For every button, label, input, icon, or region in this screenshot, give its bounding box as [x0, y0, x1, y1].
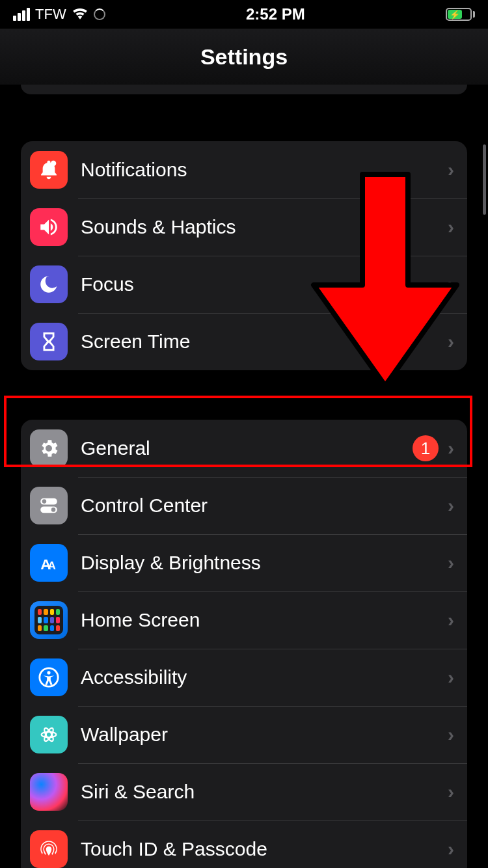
row-label: Focus [81, 273, 439, 295]
svg-point-10 [42, 732, 57, 738]
row-label: Screen Time [81, 331, 439, 353]
row-accessibility[interactable]: Accessibility › [21, 649, 467, 706]
row-label: Accessibility [81, 666, 439, 688]
row-label: Display & Brightness [81, 552, 439, 574]
battery-icon: ⚡ [446, 8, 475, 21]
row-label: Siri & Search [81, 781, 439, 803]
row-siri-search[interactable]: Siri & Search › [21, 763, 467, 821]
row-label: Control Center [81, 495, 439, 517]
chevron-right-icon: › [448, 273, 454, 295]
chevron-right-icon: › [448, 216, 454, 238]
siri-icon [30, 773, 68, 811]
prev-group-bottom [21, 85, 467, 94]
row-label: Wallpaper [81, 724, 439, 746]
row-display-brightness[interactable]: AA Display & Brightness › [21, 534, 467, 591]
svg-point-0 [51, 161, 57, 167]
svg-point-8 [47, 671, 50, 674]
general-icon [30, 429, 68, 467]
row-notifications[interactable]: Notifications › [21, 141, 467, 198]
chevron-right-icon: › [448, 437, 454, 459]
row-wallpaper[interactable]: Wallpaper › [21, 706, 467, 763]
notifications-icon [30, 151, 68, 189]
row-screen-time[interactable]: Screen Time › [21, 313, 467, 370]
chevron-right-icon: › [448, 159, 454, 181]
settings-list[interactable]: Notifications › Sounds & Haptics › Focus… [0, 85, 488, 868]
focus-icon [30, 265, 68, 303]
svg-point-4 [51, 508, 56, 512]
row-sounds-haptics[interactable]: Sounds & Haptics › [21, 198, 467, 256]
row-control-center[interactable]: Control Center › [21, 477, 467, 534]
accessibility-icon [30, 658, 68, 696]
notification-badge: 1 [413, 435, 439, 461]
svg-point-2 [42, 499, 47, 504]
chevron-right-icon: › [448, 331, 454, 353]
scroll-indicator [483, 144, 486, 215]
wifi-icon [72, 5, 88, 23]
nav-bar: Settings [0, 29, 488, 85]
touch-id-icon [30, 830, 68, 868]
chevron-right-icon: › [448, 552, 454, 574]
status-time: 2:52 PM [246, 5, 305, 23]
chevron-right-icon: › [448, 781, 454, 803]
row-label: Home Screen [81, 609, 439, 631]
row-label: Touch ID & Passcode [81, 838, 439, 860]
chevron-right-icon: › [448, 609, 454, 631]
display-icon: AA [30, 544, 68, 582]
row-touch-id-passcode[interactable]: Touch ID & Passcode › [21, 821, 467, 868]
cellular-signal-icon [13, 8, 30, 21]
svg-text:A: A [48, 560, 56, 572]
row-general[interactable]: General 1 › [21, 420, 467, 477]
control-center-icon [30, 487, 68, 524]
settings-group-2: General 1 › Control Center › AA Display … [21, 420, 467, 868]
home-screen-icon [30, 601, 68, 639]
row-label: Sounds & Haptics [81, 216, 439, 238]
wallpaper-icon [30, 716, 68, 753]
chevron-right-icon: › [448, 495, 454, 517]
sounds-icon [30, 208, 68, 246]
chevron-right-icon: › [448, 666, 454, 688]
chevron-right-icon: › [448, 838, 454, 860]
page-title: Settings [200, 44, 288, 70]
row-label: General [81, 437, 413, 459]
chevron-right-icon: › [448, 724, 454, 746]
row-label: Notifications [81, 159, 439, 181]
settings-group-1: Notifications › Sounds & Haptics › Focus… [21, 141, 467, 370]
loading-spinner-icon [94, 8, 105, 20]
row-home-screen[interactable]: Home Screen › [21, 591, 467, 649]
status-bar: TFW 2:52 PM ⚡ [0, 0, 488, 29]
status-left: TFW [13, 5, 105, 23]
row-focus[interactable]: Focus › [21, 256, 467, 313]
carrier-label: TFW [35, 6, 66, 23]
screen-time-icon [30, 323, 68, 360]
status-right: ⚡ [446, 8, 475, 21]
